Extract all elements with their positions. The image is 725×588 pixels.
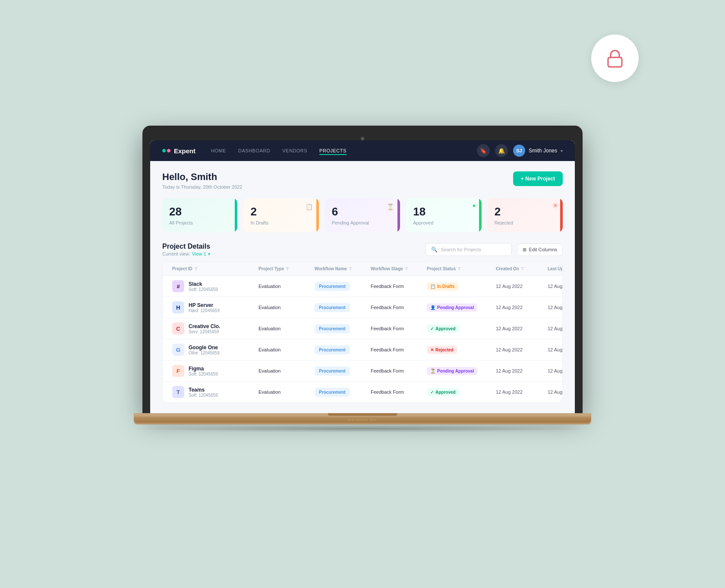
notification-button[interactable]: 🔔: [495, 144, 508, 157]
td-last-updated: 12 Aug 2022: [544, 300, 563, 314]
status-badge: 👤 Pending Approval: [427, 303, 477, 312]
macbook-brand: MacBook Air: [348, 418, 377, 422]
col-created-on: Created On ⊤: [492, 262, 544, 275]
logo-text: Expent: [174, 147, 195, 155]
search-box[interactable]: 🔍 Search for Projects: [426, 243, 512, 256]
date-text: Today is Thursday, 20th October 2022: [162, 184, 242, 190]
nav-vendors[interactable]: VENDORS: [282, 146, 307, 155]
td-workflow-name: Procurement: [311, 383, 367, 401]
laptop-base: MacBook Air: [134, 413, 591, 424]
td-project-type: Evaluation: [255, 385, 311, 399]
stat-label: In Drafts: [250, 220, 312, 225]
stat-accent: [397, 198, 400, 232]
app-icon: #: [172, 280, 184, 292]
columns-icon: ⊞: [523, 247, 526, 253]
table-row[interactable]: G Google One Othe: 12045659 Evaluation P…: [163, 339, 562, 360]
td-project-type: Evaluation: [255, 300, 311, 314]
laptop-hinge: [328, 413, 397, 416]
project-id: Othe: 12045659: [189, 351, 220, 355]
table-row[interactable]: # Slack Soft: 12045659 Evaluation Procur…: [163, 276, 562, 297]
screen-bezel: Expent HOME DASHBOARD VENDORS PROJECTS 🔖…: [150, 140, 575, 413]
bookmark-button[interactable]: 🔖: [477, 144, 490, 157]
td-workflow-name: Procurement: [311, 299, 367, 316]
table-row[interactable]: C Creative Clo. Serv: 12045659 Evaluatio…: [163, 318, 562, 339]
col-project-type: Project Type ⊤: [255, 262, 311, 275]
status-badge: ⏳ Pending Approval: [427, 367, 477, 375]
nav-dashboard[interactable]: DASHBOARD: [238, 146, 270, 155]
td-created-on: 12 Aug 2022: [492, 322, 544, 335]
td-created-on: 12 Aug 2022: [492, 279, 544, 293]
col-workflow-name: Workflow Name ⊤: [311, 262, 367, 275]
stat-number: 6: [332, 205, 393, 218]
td-created-on: 12 Aug 2022: [492, 343, 544, 357]
td-last-updated: 12 Aug 2022: [544, 364, 563, 378]
td-project-id: T Teams Soft: 12045659: [169, 382, 255, 402]
nav-right: 🔖 🔔 SJ Smith Jones ▾: [477, 144, 563, 157]
project-name: Creative Clo.: [189, 323, 220, 329]
td-created-on: 12 Aug 2022: [492, 364, 544, 378]
project-id: Soft: 12045659: [189, 287, 218, 292]
screen-content: Expent HOME DASHBOARD VENDORS PROJECTS 🔖…: [150, 140, 575, 413]
nav-logo[interactable]: Expent: [162, 147, 195, 155]
user-name: Smith Jones: [529, 148, 557, 154]
stat-approved: ● 18 Approved: [406, 198, 481, 232]
workflow-badge: Procurement: [315, 303, 350, 312]
edit-columns-button[interactable]: ⊞ Edit Columns: [517, 243, 563, 256]
status-icon: ⏳: [430, 369, 435, 373]
workflow-badge: Procurement: [315, 324, 350, 333]
table-header: Project ID ⊤ Project Type ⊤ Workflow Nam…: [163, 262, 562, 276]
project-name: Google One: [189, 345, 220, 351]
page-header: Hello, Smith Today is Thursday, 20th Oct…: [162, 171, 563, 190]
search-edit-row: 🔍 Search for Projects ⊞ Edit Columns: [426, 243, 563, 256]
project-id: Soft: 12045659: [189, 393, 218, 398]
app-icon: G: [172, 344, 184, 356]
filter-icon[interactable]: ⊤: [521, 267, 524, 271]
table-row[interactable]: T Teams Soft: 12045659 Evaluation Procur…: [163, 382, 562, 402]
status-badge: ✓ Approved: [427, 388, 459, 396]
stat-in-drafts: 📋 2 In Drafts: [243, 198, 318, 232]
chevron-view-icon: ▾: [208, 252, 210, 256]
filter-icon[interactable]: ⊤: [286, 267, 289, 271]
status-badge: ✕ Rejected: [427, 346, 457, 354]
stat-number: 2: [250, 205, 312, 218]
svg-rect-0: [608, 57, 622, 67]
td-project-type: Evaluation: [255, 343, 311, 357]
app-icon: C: [172, 322, 184, 335]
td-project-id: F Figma Soft: 12045659: [169, 360, 255, 381]
section-title-group: Project Details Current view: View 1 ▾: [162, 243, 210, 256]
filter-icon[interactable]: ⊤: [349, 267, 352, 271]
project-name: Slack: [189, 281, 218, 287]
col-project-status: Project Status ⊤: [423, 262, 492, 275]
td-project-type: Evaluation: [255, 279, 311, 293]
filter-icon[interactable]: ⊤: [457, 267, 461, 271]
workflow-badge: Procurement: [315, 388, 350, 397]
status-badge: ✓ Approved: [427, 325, 459, 333]
nav-home[interactable]: HOME: [211, 146, 226, 155]
nav-projects[interactable]: PROJECTS: [319, 146, 347, 155]
pending-icon: ⏳: [387, 203, 394, 210]
td-project-status: 📋 In Drafts: [423, 278, 492, 295]
stat-accent: [479, 198, 482, 232]
drafts-icon: 📋: [306, 203, 313, 210]
table-row[interactable]: F Figma Soft: 12045659 Evaluation Procur…: [163, 360, 562, 382]
col-workflow-stage: Workflow Stage ⊤: [367, 262, 423, 275]
td-workflow-stage: Feedback Form: [367, 322, 423, 335]
td-last-updated: 12 Aug 2022: [544, 385, 563, 399]
view-link[interactable]: View 1: [192, 251, 206, 256]
td-project-id: G Google One Othe: 12045659: [169, 339, 255, 360]
stat-accent: [316, 198, 319, 232]
table-row[interactable]: H HP Server Hard: 12045659 Evaluation Pr…: [163, 297, 562, 318]
filter-icon[interactable]: ⊤: [194, 267, 198, 271]
stat-label: Rejected: [495, 220, 556, 225]
col-last-updated: Last Updated On ⊤: [544, 262, 563, 275]
status-icon: ✕: [430, 348, 434, 352]
nav-links: HOME DASHBOARD VENDORS PROJECTS: [211, 146, 477, 155]
main-content: Hello, Smith Today is Thursday, 20th Oct…: [150, 161, 575, 413]
td-workflow-stage: Feedback Form: [367, 300, 423, 314]
new-project-button[interactable]: + New Project: [513, 171, 563, 186]
user-menu[interactable]: SJ Smith Jones ▾: [513, 145, 563, 157]
stat-accent: [235, 198, 237, 232]
filter-icon[interactable]: ⊤: [405, 267, 408, 271]
table-body: # Slack Soft: 12045659 Evaluation Procur…: [163, 276, 562, 402]
stat-accent: [560, 198, 563, 232]
